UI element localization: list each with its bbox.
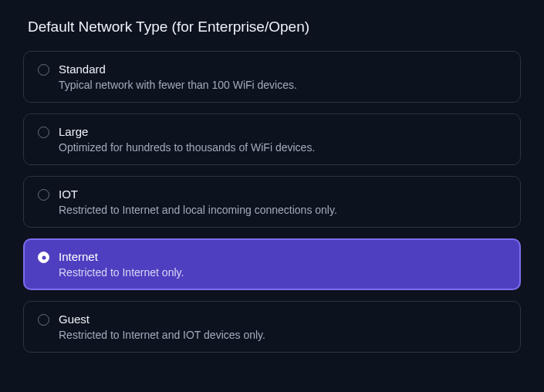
option-large[interactable]: Large Optimized for hundreds to thousand… <box>23 113 521 165</box>
option-text: Internet Restricted to Internet only. <box>59 250 184 279</box>
option-desc: Typical network with fewer than 100 WiFi… <box>59 79 297 91</box>
option-label: Standard <box>59 63 297 76</box>
option-desc: Restricted to Internet and local incomin… <box>59 204 337 216</box>
radio-icon <box>38 127 49 138</box>
option-desc: Restricted to Internet only. <box>59 266 184 279</box>
page-title: Default Network Type (for Enterprise/Ope… <box>28 19 521 35</box>
option-desc: Optimized for hundreds to thousands of W… <box>59 141 315 154</box>
radio-icon <box>38 189 49 201</box>
radio-icon <box>38 64 49 76</box>
option-label: Guest <box>59 313 265 326</box>
option-internet[interactable]: Internet Restricted to Internet only. <box>23 238 521 290</box>
option-label: Internet <box>59 250 184 263</box>
option-iot[interactable]: IOT Restricted to Internet and local inc… <box>23 176 521 228</box>
option-guest[interactable]: Guest Restricted to Internet and IOT dev… <box>23 301 521 353</box>
option-desc: Restricted to Internet and IOT devices o… <box>59 329 265 341</box>
option-standard[interactable]: Standard Typical network with fewer than… <box>23 51 521 103</box>
option-text: Guest Restricted to Internet and IOT dev… <box>59 313 265 341</box>
option-label: IOT <box>59 188 337 201</box>
radio-icon <box>38 314 49 326</box>
option-text: Large Optimized for hundreds to thousand… <box>59 125 315 154</box>
options-group: Standard Typical network with fewer than… <box>23 51 521 353</box>
radio-icon <box>38 252 49 263</box>
option-text: Standard Typical network with fewer than… <box>59 63 297 91</box>
option-text: IOT Restricted to Internet and local inc… <box>59 188 337 216</box>
option-label: Large <box>59 125 315 138</box>
